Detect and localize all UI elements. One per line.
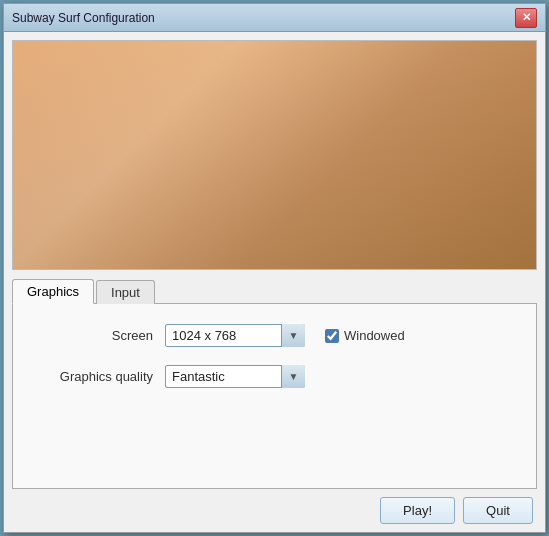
quality-select-wrapper: Fastest Fast Simple Good Beautiful Fanta… xyxy=(165,365,305,388)
quality-select[interactable]: Fastest Fast Simple Good Beautiful Fanta… xyxy=(165,365,305,388)
quality-row: Graphics quality Fastest Fast Simple Goo… xyxy=(43,365,506,388)
tab-input[interactable]: Input xyxy=(96,280,155,304)
tab-content-graphics: Screen 640 x 480 800 x 600 1024 x 768 12… xyxy=(12,304,537,489)
tab-bar: Graphics Input xyxy=(12,278,537,304)
bottom-bar: Play! Quit xyxy=(4,489,545,532)
close-button[interactable]: ✕ xyxy=(515,8,537,28)
preview-area xyxy=(12,40,537,270)
main-window: Subway Surf Configuration ✕ Graphics Inp… xyxy=(3,3,546,533)
tab-graphics[interactable]: Graphics xyxy=(12,279,94,304)
screen-label: Screen xyxy=(43,328,153,343)
play-button[interactable]: Play! xyxy=(380,497,455,524)
windowed-checkbox[interactable] xyxy=(325,329,339,343)
screen-select-wrapper: 640 x 480 800 x 600 1024 x 768 1280 x 72… xyxy=(165,324,305,347)
windowed-label[interactable]: Windowed xyxy=(344,328,405,343)
tabs-section: Graphics Input Screen 640 x 480 800 x 60… xyxy=(12,278,537,489)
quit-button[interactable]: Quit xyxy=(463,497,533,524)
screen-select[interactable]: 640 x 480 800 x 600 1024 x 768 1280 x 72… xyxy=(165,324,305,347)
quality-label: Graphics quality xyxy=(43,369,153,384)
window-title: Subway Surf Configuration xyxy=(12,11,155,25)
screen-row: Screen 640 x 480 800 x 600 1024 x 768 12… xyxy=(43,324,506,347)
windowed-wrapper: Windowed xyxy=(325,328,405,343)
title-bar: Subway Surf Configuration ✕ xyxy=(4,4,545,32)
